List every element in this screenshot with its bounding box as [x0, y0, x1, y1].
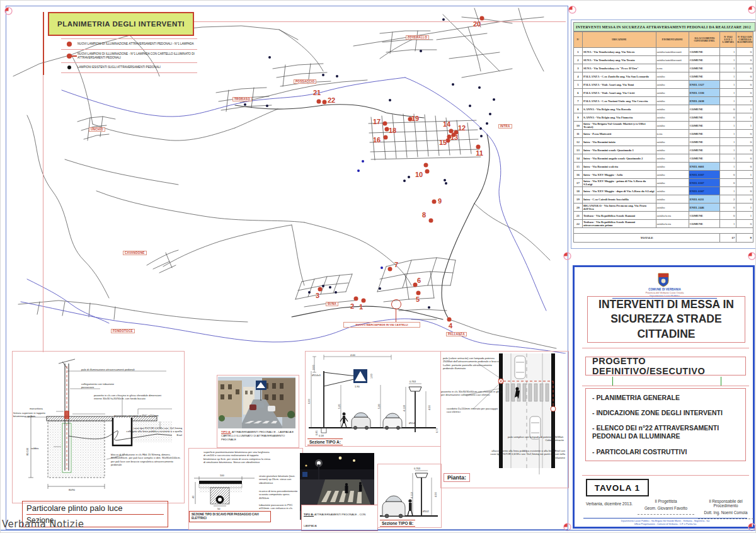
sezb-dim-h2: 4.00: [434, 492, 437, 497]
cell-num: 22: [574, 220, 583, 228]
plinto-note-6: passacavo corrugato in PVC ø110mm.: [114, 414, 172, 417]
table-row-6: 6 PALLANZA - Viale Azari ang. Via Cietti…: [574, 89, 753, 97]
existing-lamp-dot: [403, 180, 406, 182]
sig1-role: Il Progettista: [638, 499, 694, 503]
table-row-11: 11 Intra - P.zza Matteotti terra COMUNE …: [574, 130, 753, 138]
sezione-a-label: Sezione TIPO A:: [307, 438, 343, 445]
existing-lamp-dot: [322, 285, 324, 287]
cell-cartelli: 1: [736, 212, 753, 220]
existing-lamp-dot: [322, 74, 324, 76]
map-marker-num-9: 9: [438, 197, 442, 205]
cell-lamps: 1: [720, 122, 736, 130]
existing-lamp-dot: [389, 99, 391, 101]
cell-pavement: asfalto: [656, 113, 689, 122]
cell-lamps: 1: [720, 89, 736, 97]
photo-a-caption-label: TIPO A:: [221, 430, 231, 433]
table-row-4: 4 PALLANZA - C.so Zanitello ang. Via San…: [574, 72, 753, 81]
table-title: INTERVENTI MESSA IN SICUREZZA ATTRAVERSA…: [573, 22, 755, 32]
scavo-note-1: superficie pavimentazione bituminosa per…: [203, 450, 272, 464]
cell-cartelli: 0: [736, 89, 753, 97]
place-label-pallanza: PALLANZA: [446, 332, 467, 336]
tb-green-tick-2: [721, 377, 721, 386]
pianta-note-1: palo (colore antracite) con lampada pote…: [443, 357, 501, 370]
cell-pavement: asfalto/autobloccanti: [656, 56, 689, 64]
cell-location: Intra - Via Brigata Val Grande Martiri (…: [582, 122, 656, 130]
existing-lamp-dot: [444, 179, 446, 181]
seza-dim-rtop: 0.763: [410, 380, 416, 383]
cell-num: 9: [574, 113, 583, 122]
org-province: Provincia del Verbano Cusio Ossola: [612, 292, 717, 294]
table-col-header: N° PALI LUCE 1 LAMPADA: [720, 32, 736, 48]
plinto-note-9: blocco di fondazione in cls Rbk 15 N/mmq…: [111, 453, 181, 467]
map-marker-dot-22: [323, 100, 327, 105]
cell-num: 16: [574, 171, 583, 179]
project-title-line1: INTERVENTI DI MESSA IN: [598, 298, 734, 311]
cell-location: Intra - C.so Cairoli fronte bocciofila: [582, 195, 656, 203]
seza-dim-basea: 0.85: [315, 430, 318, 435]
cell-cartelli: 1: [736, 97, 753, 105]
photo-tipo-a: [218, 377, 295, 428]
place-label-possaccio: POSSACCIO: [294, 79, 316, 84]
map-marker-num-15: 15: [439, 139, 447, 146]
plinto-note-2: collegamento con tubazione passacavo: [81, 382, 125, 389]
existing-lamp-dot: [268, 56, 271, 59]
map-blue-dot: [381, 266, 383, 269]
cell-pavement: asfalto: [656, 97, 689, 105]
cell-location: Intra - Via Rosmini scuole Quasimodo 1: [582, 146, 656, 154]
cell-pavement: asfalto: [656, 146, 689, 154]
progetto-label: PROGETTO DEFINITIVO/ESECUTIVO: [585, 357, 746, 375]
cell-pavement: asfalto: [656, 154, 689, 163]
place-label-zoverallo: ZOVERALLO: [406, 35, 429, 40]
place-label-intra: INTRA: [498, 124, 512, 129]
map-marker-num-1: 1: [359, 303, 363, 311]
project-title-line2: SICUREZZA STRADE CITTADINE: [610, 312, 721, 340]
sezione-b-drawing: [379, 466, 439, 521]
cell-lamps: 2: [720, 195, 736, 203]
place-label-suna: SUNA: [326, 302, 338, 306]
existing-lamp-dot: [266, 105, 268, 107]
place-label-trobaso: TROBASO: [232, 97, 252, 101]
pianta-drawing: [440, 351, 568, 487]
tb-footer-rule: [583, 518, 747, 519]
contents-item-2: - ELENCO DEI n°22 ATTRAVERSAMENTI PEDONA…: [592, 424, 745, 440]
cell-pavement: asfalto: [656, 138, 689, 146]
table-col-header: N°: [574, 32, 583, 48]
map-marker-dot-7: [388, 267, 392, 272]
cell-cartelli: 0: [736, 130, 753, 138]
table-row-15: 15 Intra - Via Rosmini scaletta asfalto …: [574, 163, 753, 171]
cell-allacciamento: COMUNE: [689, 64, 720, 72]
scavo-note-2: strato granulare bitumato (tout-venant) …: [259, 474, 299, 484]
cell-pavement: asfalto: [656, 163, 689, 171]
existing-lamp-dot: [442, 18, 445, 21]
table-col-header: N° PALI CON CARTELLO ILLUMINATO: [736, 32, 753, 48]
map-marker-num-19: 19: [411, 115, 419, 122]
existing-lamp-dot: [478, 86, 481, 89]
cell-allacciamento: ENEL 0107: [689, 179, 720, 187]
table-row-10: 10 Intra - Via Brigata Val Grande Martir…: [574, 122, 753, 130]
cell-allacciamento: COMUNE: [689, 146, 720, 154]
photo-b-caption-label: TIPO B:: [304, 513, 314, 516]
photo-a-caption: TIPO A: ATTRAVERSAMENTI PEDONALI E - LAM…: [221, 430, 295, 442]
table-row-17: 17 Intra - Via XXV Maggio - prima di Via…: [574, 179, 753, 187]
scavo-dim-wb: 50: [217, 507, 220, 510]
project-title: INTERVENTI DI MESSA IN SICUREZZA STRADE …: [587, 296, 745, 343]
signature-responsabile: Il Responsabile del Procedimento Dott. I…: [698, 499, 753, 519]
cell-pavement: asfalto: [656, 195, 689, 203]
table-row-16: 16 Intra - Via XXV Maggio - Asilo asfalt…: [574, 171, 753, 179]
existing-lamp-dot: [335, 291, 337, 294]
cell-location: SUNA - Via Troubetzkoy c/o "Pesce D'Oro": [582, 64, 656, 72]
sig2-role: Il Responsabile del Procedimento: [698, 499, 753, 508]
cell-lamps: 0: [720, 105, 736, 113]
cell-cartelli: 0: [736, 163, 753, 171]
plinto-title-line1: Particolare plinto palo luce: [26, 503, 164, 515]
cell-cartelli: 1: [736, 113, 753, 122]
new-sidewalk-circle: [391, 299, 401, 309]
map-marker-dot-9: [432, 200, 437, 204]
map-marker-num-18: 18: [389, 127, 396, 134]
cell-lamps: 0: [720, 171, 736, 179]
sezb-dim-top: 0.763: [414, 467, 420, 470]
cell-num: 18: [574, 187, 583, 195]
table-col-header: ALLACCIAMENTO CONTATORE ENEL: [689, 32, 720, 48]
cell-num: 12: [574, 138, 583, 146]
seza-dim-rbase: 0.77: [435, 428, 438, 433]
